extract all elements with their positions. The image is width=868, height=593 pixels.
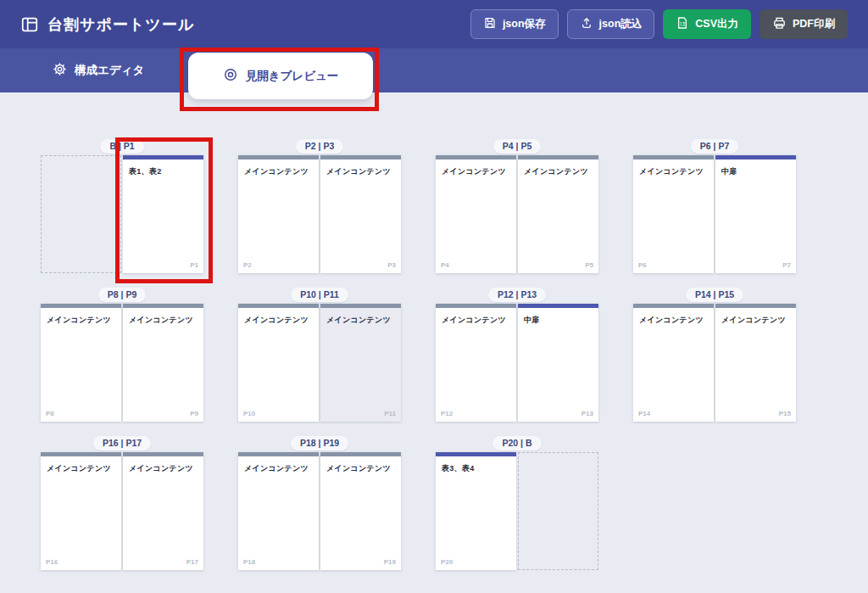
printer-icon — [772, 16, 787, 33]
spread-page-badge: P4 | P5 — [493, 139, 541, 154]
spread-pages: メインコンテンツP2メインコンテンツP3 — [238, 155, 401, 273]
page-card[interactable]: メインコンテンツP2 — [238, 155, 319, 273]
page-card[interactable]: メインコンテンツP5 — [518, 155, 598, 273]
preview-area: B | P1表1、表2P1P2 | P3メインコンテンツP2メインコンテンツP3… — [0, 92, 868, 570]
spread-page-badge: P6 | P7 — [691, 139, 738, 154]
page-card[interactable]: 中扉P7 — [715, 155, 796, 273]
page-content-label: メインコンテンツ — [123, 308, 203, 326]
spread: P8 | P9メインコンテンツP8メインコンテンツP9 — [41, 288, 203, 422]
placeholder-page — [518, 452, 598, 570]
csv-file-icon — [676, 16, 689, 32]
json-save-label: json保存 — [503, 17, 546, 31]
page-content-label: メインコンテンツ — [123, 456, 203, 474]
spread-page-badge: P10 | P11 — [291, 288, 348, 302]
page-number: P13 — [581, 410, 593, 417]
tab-config-editor-label: 構成エディタ — [75, 63, 144, 78]
spread-pages: メインコンテンツP8メインコンテンツP9 — [41, 304, 203, 422]
page-card[interactable]: メインコンテンツP8 — [41, 304, 121, 422]
page-number: P20 — [441, 558, 453, 566]
spread-pages: メインコンテンツP18メインコンテンツP19 — [238, 452, 401, 570]
spread-pages: 表1、表2P1 — [41, 155, 203, 273]
page-content-label: メインコンテンツ — [238, 159, 319, 177]
page-number: P9 — [190, 410, 198, 417]
page-number: P16 — [46, 558, 58, 566]
page-content-label: メインコンテンツ — [436, 159, 516, 177]
tab-spread-preview[interactable]: 見開きプレビュー — [188, 53, 373, 99]
tab-config-editor[interactable]: 構成エディタ — [53, 62, 144, 79]
page-number: P4 — [441, 261, 449, 269]
page-card[interactable]: メインコンテンツP18 — [238, 452, 319, 570]
page-number: P2 — [243, 261, 252, 269]
page-card[interactable]: メインコンテンツP15 — [715, 304, 796, 422]
spread: P2 | P3メインコンテンツP2メインコンテンツP3 — [238, 139, 401, 273]
page-card[interactable]: メインコンテンツP19 — [320, 452, 401, 570]
spread-pages: メインコンテンツP12中扉P13 — [436, 304, 598, 422]
page-content-label: メインコンテンツ — [238, 456, 319, 474]
csv-export-button[interactable]: CSV出力 — [663, 9, 751, 39]
page-card[interactable]: メインコンテンツP16 — [41, 452, 121, 570]
spread: P20 | B表3、表4P20 — [436, 436, 598, 570]
page-number: P3 — [387, 261, 396, 269]
pdf-print-button[interactable]: PDF印刷 — [760, 9, 848, 39]
page-number: P15 — [779, 410, 791, 417]
spread-page-badge: P18 | P19 — [291, 436, 348, 450]
spread-pages: 表3、表4P20 — [436, 452, 598, 570]
page-number: P14 — [638, 410, 650, 417]
eye-icon — [223, 67, 238, 85]
pdf-print-label: PDF印刷 — [793, 17, 835, 31]
gear-icon — [53, 62, 67, 79]
spread-pages: メインコンテンツP6中扉P7 — [633, 155, 796, 273]
page-content-label: 表3、表4 — [436, 456, 516, 474]
page-content-label: メインコンテンツ — [633, 159, 714, 177]
csv-export-label: CSV出力 — [695, 17, 738, 31]
page-content-label: メインコンテンツ — [320, 456, 401, 474]
page-number: P1 — [190, 261, 198, 269]
spread: P6 | P7メインコンテンツP6中扉P7 — [633, 139, 796, 273]
page-number: P11 — [384, 410, 396, 417]
tab-bar: 構成エディタ 見開きプレビュー — [0, 48, 868, 92]
app-header: 台割サポートツール json保存 json読込 — [0, 0, 868, 48]
spread-pages: メインコンテンツP16メインコンテンツP17 — [41, 452, 203, 570]
spread: P16 | P17メインコンテンツP16メインコンテンツP17 — [41, 436, 203, 570]
json-load-button[interactable]: json読込 — [567, 9, 655, 39]
page-card[interactable]: メインコンテンツP3 — [320, 155, 401, 273]
page-content-label: メインコンテンツ — [518, 159, 598, 177]
page-card[interactable]: 中扉P13 — [518, 304, 598, 422]
spread: P4 | P5メインコンテンツP4メインコンテンツP5 — [436, 139, 598, 273]
placeholder-page — [41, 155, 121, 273]
page-number: P8 — [46, 410, 54, 417]
spread-grid: B | P1表1、表2P1P2 | P3メインコンテンツP2メインコンテンツP3… — [41, 139, 868, 570]
page-card[interactable]: メインコンテンツP6 — [633, 155, 714, 273]
page-content-label: 表1、表2 — [123, 159, 203, 177]
page-number: P12 — [441, 410, 453, 417]
page-card[interactable]: メインコンテンツP4 — [436, 155, 516, 273]
page-card[interactable]: メインコンテンツP14 — [633, 304, 714, 422]
page-card[interactable]: メインコンテンツP11 — [320, 304, 401, 422]
spread-page-badge: P8 | P9 — [98, 288, 146, 302]
page-content-label: メインコンテンツ — [320, 159, 401, 177]
tab-spread-preview-label: 見開きプレビュー — [246, 69, 339, 84]
page-number: P10 — [243, 410, 255, 417]
spread: P14 | P15メインコンテンツP14メインコンテンツP15 — [633, 288, 796, 422]
header-actions: json保存 json読込 CSV出力 — [470, 9, 848, 39]
page-card[interactable]: メインコンテンツP17 — [123, 452, 203, 570]
json-load-label: json読込 — [599, 17, 643, 31]
page-content-label: メインコンテンツ — [41, 308, 121, 326]
json-save-button[interactable]: json保存 — [470, 9, 559, 39]
page-card[interactable]: 表3、表4P20 — [436, 452, 516, 570]
page-content-label: メインコンテンツ — [41, 456, 121, 474]
page-number: P6 — [638, 261, 647, 269]
page-content-label: メインコンテンツ — [436, 308, 516, 326]
page-content-label: メインコンテンツ — [238, 308, 319, 326]
page-number: P5 — [585, 261, 593, 269]
page-card[interactable]: 表1、表2P1 — [123, 155, 203, 273]
page-card[interactable]: メインコンテンツP9 — [123, 304, 203, 422]
save-icon — [483, 16, 497, 32]
page-card[interactable]: メインコンテンツP10 — [238, 304, 319, 422]
spread: P12 | P13メインコンテンツP12中扉P13 — [436, 288, 598, 422]
page-content-label: メインコンテンツ — [320, 308, 401, 326]
spread-page-badge: P16 | P17 — [93, 436, 151, 450]
app-title: 台割サポートツール — [47, 14, 194, 35]
spread-page-badge: P12 | P13 — [488, 288, 546, 302]
page-card[interactable]: メインコンテンツP12 — [436, 304, 516, 422]
